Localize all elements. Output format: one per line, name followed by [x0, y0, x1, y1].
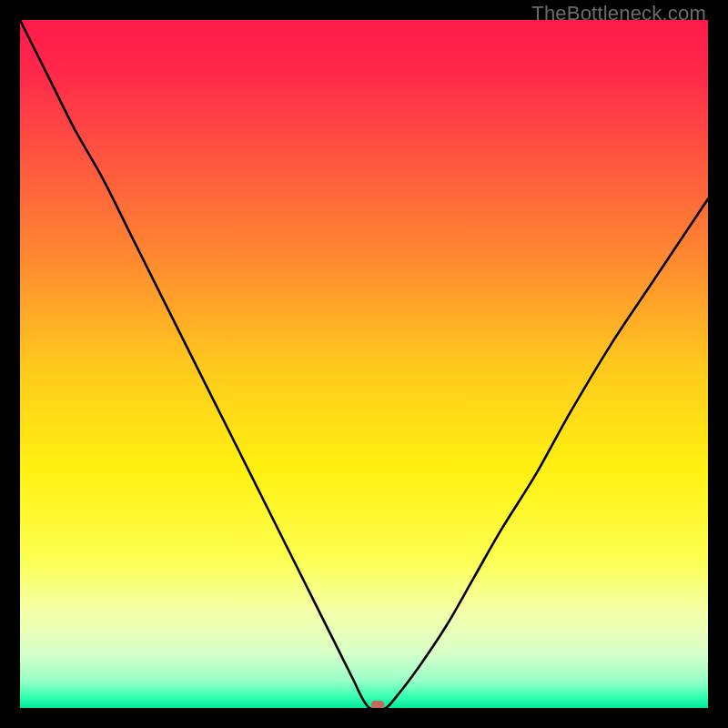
chart-frame: TheBottleneck.com [0, 0, 728, 728]
bottleneck-chart [20, 20, 708, 708]
operating-point-marker [371, 701, 384, 708]
chart-background [20, 20, 708, 708]
plot-area [20, 20, 708, 708]
